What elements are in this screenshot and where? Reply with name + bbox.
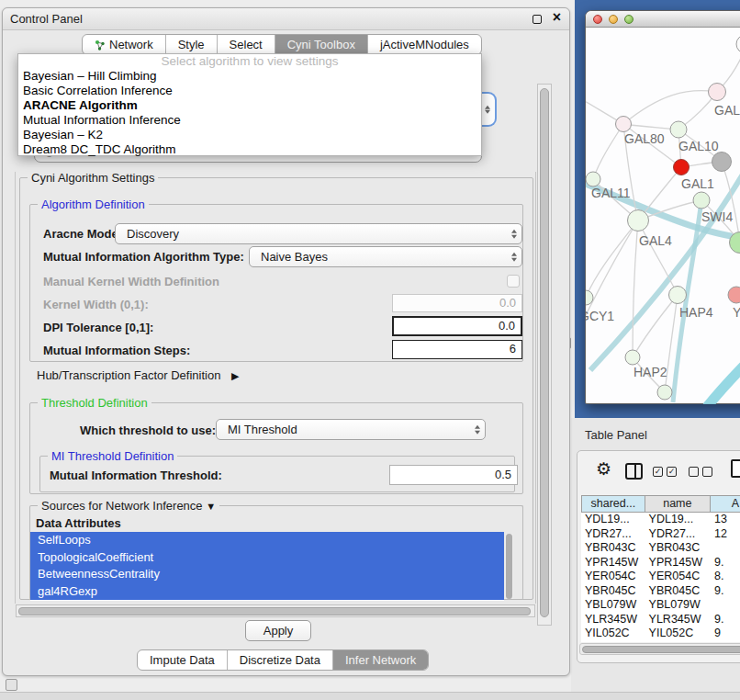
node-label: GAL11 — [591, 186, 631, 200]
algorithm-option[interactable]: Dream8 DC_TDC Algorithm — [18, 142, 481, 157]
network-node-gal10[interactable] — [670, 121, 687, 138]
network-node-gal[interactable] — [709, 84, 726, 101]
table-cell: YBR043C — [581, 541, 645, 556]
tab-label: Select — [230, 35, 263, 54]
algorithm-option[interactable]: Bayesian – K2 — [18, 128, 481, 142]
list-scrollbar[interactable] — [505, 534, 513, 599]
table-row[interactable]: YIL052CYIL052C9 — [581, 627, 740, 641]
dpi-tolerance-field[interactable]: 0.0 — [392, 316, 522, 336]
network-node-y[interactable] — [728, 287, 740, 303]
table-row[interactable]: YPR145WYPR145W9. — [581, 556, 740, 570]
network-node-gal4[interactable] — [628, 210, 649, 231]
data-attribute-item[interactable]: gal4RGexp — [30, 583, 504, 601]
threshold-definition-group: Threshold Definition Which threshold to … — [29, 402, 523, 494]
unchecked-checkbox-icon[interactable] — [702, 467, 712, 477]
close-icon[interactable]: × — [553, 9, 561, 26]
tab-select[interactable]: Select — [217, 35, 275, 54]
scrollbar-thumb[interactable] — [506, 534, 512, 599]
aracne-mode-select[interactable]: Discovery — [115, 223, 522, 244]
network-window-titlebar[interactable] — [586, 11, 740, 28]
algorithm-option[interactable]: Basic Correlation Inference — [18, 84, 481, 98]
minimize-traffic-light-icon[interactable] — [609, 15, 618, 24]
node-label: HAP4 — [679, 305, 713, 320]
column-header[interactable]: shared... — [581, 495, 645, 513]
tab-impute-data[interactable]: Impute Data — [138, 650, 227, 670]
mi-algorithm-type-select[interactable]: Naive Bayes — [249, 246, 522, 267]
scrollbar-thumb[interactable] — [540, 88, 549, 617]
document-icon[interactable] — [731, 459, 740, 478]
tab-infer-network[interactable]: Infer Network — [332, 650, 428, 670]
table-row[interactable]: YBR045CYBR045C9. — [581, 584, 740, 599]
chevron-down-icon[interactable]: ▼ — [206, 501, 216, 512]
scrollbar-thumb[interactable] — [582, 646, 740, 653]
group-title: Algorithm Definition — [38, 198, 149, 211]
algorithm-option[interactable]: Mutual Information Inference — [18, 113, 481, 128]
table-row[interactable]: YDR27...YDR27...12 — [581, 527, 740, 542]
tab-discretize-data[interactable]: Discretize Data — [227, 650, 332, 670]
checked-checkbox-icon[interactable]: ✓ — [653, 467, 663, 477]
kernel-width-field[interactable]: 0.0 — [392, 294, 522, 312]
hub-tf-definition-toggle[interactable]: Hub/Transcription Factor Definition ▶ — [37, 368, 239, 382]
network-node-swi4[interactable] — [693, 192, 710, 209]
table-row[interactable]: YDL19...YDL19...13 — [581, 513, 740, 527]
algorithm-option[interactable]: ARACNE Algorithm — [18, 98, 481, 113]
tab-style[interactable]: Style — [165, 35, 217, 54]
tab-label: Network — [109, 35, 153, 54]
mi-steps-field[interactable]: 6 — [392, 340, 522, 359]
settings-vertical-scrollbar[interactable] — [537, 84, 552, 626]
network-node-gal80[interactable] — [616, 117, 632, 132]
unchecked-checkbox-icon[interactable] — [689, 467, 699, 477]
network-canvas[interactable]: GALGAL80GAL10GAL1GAL11SWI4GAL4GCY1HAP4YH… — [586, 28, 740, 404]
table-cell: 9. — [711, 613, 740, 627]
apply-button[interactable]: Apply — [245, 620, 311, 641]
network-node-hap4[interactable] — [669, 287, 687, 304]
tab-jactivemnodules[interactable]: jActiveMNodules — [367, 35, 481, 54]
data-attribute-item[interactable]: TopologicalCoefficient — [30, 549, 504, 567]
table-cell: 13 — [711, 513, 740, 527]
zoom-traffic-light-icon[interactable] — [624, 15, 633, 24]
column-header[interactable]: name — [645, 495, 711, 513]
table-row[interactable]: YER054CYER054C8. — [581, 570, 740, 584]
network-node-gal11[interactable] — [586, 172, 600, 186]
table-cell — [711, 598, 740, 613]
data-attributes-list[interactable]: SelfLoopsTopologicalCoefficientBetweenne… — [30, 532, 504, 601]
float-window-icon[interactable] — [533, 15, 542, 24]
manual-kernel-checkbox[interactable] — [507, 275, 520, 288]
table-row[interactable]: YBL079WYBL079W — [581, 598, 740, 613]
panel-border — [535, 172, 536, 604]
table-row[interactable]: YBR043CYBR043C — [581, 541, 740, 556]
table-cell: YBR043C — [645, 541, 711, 556]
table-cell — [711, 541, 740, 556]
data-attribute-item[interactable]: SelfLoops — [30, 532, 504, 549]
column-header[interactable]: A — [711, 495, 740, 513]
hidden-combo-focus-ring[interactable] — [481, 92, 497, 127]
network-node[interactable] — [657, 385, 672, 400]
tab-network[interactable]: Network — [83, 35, 165, 54]
sources-group: Sources for Network Inference ▼ Data Att… — [29, 505, 523, 600]
mi-threshold-field[interactable]: 0.5 — [389, 465, 518, 485]
group-title: MI Threshold Definition — [48, 449, 177, 463]
network-node-hap2[interactable] — [625, 350, 640, 365]
columns-icon[interactable] — [625, 463, 643, 480]
bottom-bar — [0, 692, 740, 700]
kernel-width-label: Kernel Width (0,1): — [43, 298, 149, 311]
table-row[interactable]: YLR345WYLR345W9. — [581, 613, 740, 627]
network-node[interactable] — [736, 35, 740, 53]
which-threshold-select[interactable]: MI Threshold — [216, 419, 486, 440]
table-horizontal-scrollbar[interactable] — [579, 643, 740, 655]
minimized-panel-icon[interactable] — [6, 679, 17, 691]
dropdown-prompt: Select algorithm to view settings — [18, 54, 481, 69]
tab-cyni-toolbox[interactable]: Cyni Toolbox — [275, 35, 367, 54]
close-traffic-light-icon[interactable] — [593, 15, 602, 24]
node-table[interactable]: shared...nameA YDL19...YDL19...13YDR27..… — [581, 495, 740, 642]
cyni-algorithm-settings-group: Cyni Algorithm Settings Algorithm Defini… — [19, 177, 533, 600]
network-node-gal1[interactable] — [674, 160, 690, 175]
checked-checkbox-icon[interactable]: ✓ — [667, 467, 677, 477]
data-attribute-item[interactable]: BetweennessCentrality — [30, 566, 504, 583]
algorithm-option[interactable]: Bayesian – Hill Climbing — [18, 69, 481, 84]
tab-label: Cyni Toolbox — [287, 35, 355, 54]
settings-horizontal-scrollbar[interactable] — [16, 604, 535, 617]
network-node[interactable] — [712, 152, 732, 172]
scrollbar-thumb[interactable] — [18, 607, 531, 615]
gear-icon[interactable]: ⚙ — [596, 458, 611, 480]
